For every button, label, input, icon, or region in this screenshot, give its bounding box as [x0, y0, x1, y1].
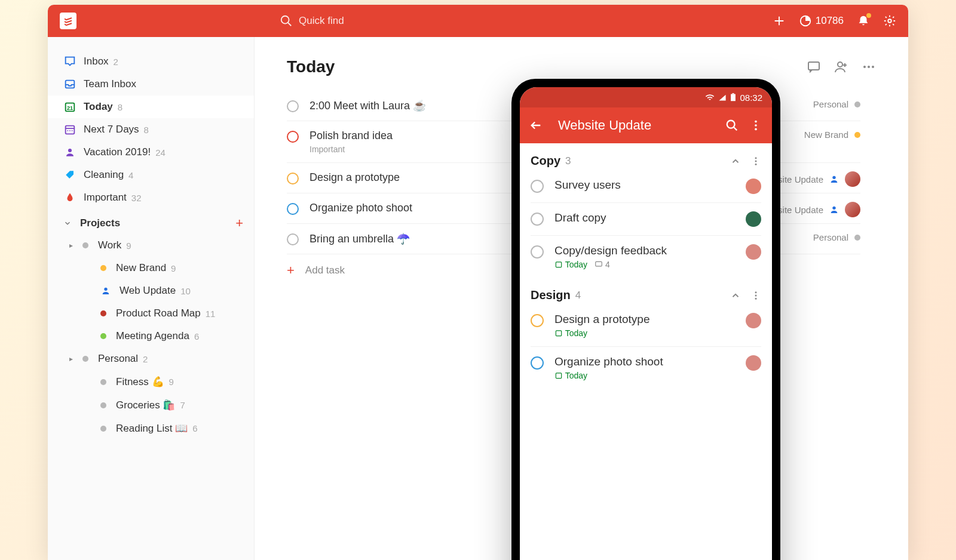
svg-rect-14: [808, 62, 819, 70]
more-vertical-icon[interactable]: [750, 290, 761, 301]
task-checkbox[interactable]: [531, 180, 544, 193]
more-vertical-icon[interactable]: [750, 156, 761, 167]
svg-point-23: [727, 121, 735, 128]
phone-task-row[interactable]: Organize photo shoot Today: [531, 347, 761, 389]
phone-task-row[interactable]: Copy/design feedback Today 4: [531, 236, 761, 278]
task-checkbox[interactable]: [531, 245, 544, 259]
calendar-icon: [63, 123, 76, 136]
main-header: Today: [287, 57, 876, 76]
back-button[interactable]: [529, 119, 543, 132]
phone-task-row[interactable]: Draft copy: [531, 203, 761, 236]
phone-section-header[interactable]: Copy3: [531, 154, 761, 168]
projects-header[interactable]: Projects +: [48, 209, 254, 234]
sidebar-item-today[interactable]: 21 Today 8: [48, 96, 254, 118]
phone-section: Copy3Survey usersDraft copyCopy/design f…: [520, 143, 772, 278]
phone-more-button[interactable]: [749, 119, 762, 132]
project-dot: [100, 379, 106, 385]
avatar: [746, 211, 761, 227]
filter-icon: [63, 191, 76, 204]
svg-point-11: [72, 130, 73, 131]
task-meta[interactable]: Personal: [813, 99, 860, 109]
svg-point-34: [755, 294, 757, 296]
phone-section-header[interactable]: Design4: [531, 288, 761, 302]
task-checkbox[interactable]: [531, 314, 544, 327]
search-icon: [725, 119, 739, 132]
project-item[interactable]: Groceries 🛍️7: [48, 393, 254, 417]
svg-rect-7: [66, 126, 75, 134]
phone-search-button[interactable]: [725, 119, 739, 132]
sidebar-item-inbox[interactable]: Inbox 2: [48, 50, 254, 73]
project-dot: [82, 356, 88, 362]
sidebar-label: Inbox: [84, 56, 109, 67]
task-checkbox[interactable]: [287, 173, 299, 184]
productivity-button[interactable]: 10786: [799, 14, 844, 27]
sidebar-count: 4: [128, 170, 133, 180]
settings-button[interactable]: [883, 14, 896, 27]
project-dot: [854, 132, 860, 138]
task-checkbox[interactable]: [287, 100, 299, 112]
productivity-icon: [799, 14, 812, 27]
share-button[interactable]: [834, 60, 848, 74]
phone-task-row[interactable]: Design a prototype Today: [531, 304, 761, 347]
comment-count: 4: [595, 260, 610, 269]
task-meta[interactable]: New Brand: [804, 130, 860, 140]
project-item[interactable]: Web Update10: [48, 279, 254, 302]
more-menu-button[interactable]: [862, 60, 876, 74]
svg-line-24: [734, 127, 737, 131]
chevron-up-icon[interactable]: [730, 290, 741, 301]
person-icon: [63, 146, 76, 159]
svg-point-3: [888, 19, 891, 23]
sidebar-item-team-inbox[interactable]: Team Inbox: [48, 73, 254, 96]
phone-title: Website Update: [558, 118, 715, 133]
date-chip: Today: [554, 260, 587, 269]
project-label: Work: [98, 239, 121, 251]
task-checkbox[interactable]: [531, 213, 544, 226]
project-count: 10: [180, 286, 191, 296]
add-project-button[interactable]: +: [235, 216, 243, 231]
task-checkbox[interactable]: [287, 203, 299, 215]
svg-point-30: [755, 163, 757, 165]
sidebar-item-cleaning[interactable]: Cleaning 4: [48, 164, 254, 186]
project-item[interactable]: Meeting Agenda6: [48, 325, 254, 347]
sidebar-label: Important: [84, 192, 127, 204]
svg-point-12: [68, 149, 72, 152]
app-logo[interactable]: [60, 13, 76, 29]
svg-point-19: [832, 176, 835, 179]
project-dot: [854, 101, 860, 107]
more-vertical-icon: [749, 119, 762, 132]
project-item[interactable]: Fitness 💪9: [48, 370, 254, 393]
project-group[interactable]: ▸Work9: [48, 234, 254, 257]
project-item[interactable]: New Brand9: [48, 257, 254, 279]
phone-task-row[interactable]: Survey users: [531, 170, 761, 203]
topbar: 10786: [48, 5, 908, 37]
search-area[interactable]: [280, 14, 773, 27]
project-group[interactable]: ▸Personal2: [48, 347, 254, 370]
task-project-label: Personal: [813, 232, 848, 242]
search-input[interactable]: [299, 15, 478, 27]
project-label: Reading List 📖: [116, 422, 188, 435]
avatar: [746, 355, 761, 371]
chevron-up-icon[interactable]: [730, 156, 741, 167]
project-item[interactable]: Product Road Map11: [48, 302, 254, 325]
svg-point-27: [755, 128, 757, 131]
sidebar-item-vacation[interactable]: Vacation 2019! 24: [48, 141, 254, 164]
task-checkbox[interactable]: [531, 356, 544, 370]
team-inbox-icon: [63, 78, 76, 91]
karma-score: 10786: [816, 15, 844, 27]
project-dot: [82, 242, 88, 248]
avatar: [746, 244, 761, 260]
svg-rect-37: [556, 373, 561, 379]
add-person-icon: [834, 60, 848, 74]
task-title: Organize photo shoot: [554, 355, 746, 368]
section-name: Copy: [531, 154, 560, 168]
project-item[interactable]: Reading List 📖6: [48, 417, 254, 440]
sidebar-item-next7days[interactable]: Next 7 Days 8: [48, 118, 254, 141]
notifications-button[interactable]: [857, 14, 870, 27]
add-task-button[interactable]: [773, 14, 786, 27]
sidebar-item-important[interactable]: Important 32: [48, 186, 254, 209]
task-checkbox[interactable]: [287, 233, 299, 245]
task-checkbox[interactable]: [287, 131, 299, 143]
project-dot: [100, 333, 106, 339]
task-meta[interactable]: Personal: [813, 232, 860, 242]
comments-button[interactable]: [807, 60, 821, 74]
